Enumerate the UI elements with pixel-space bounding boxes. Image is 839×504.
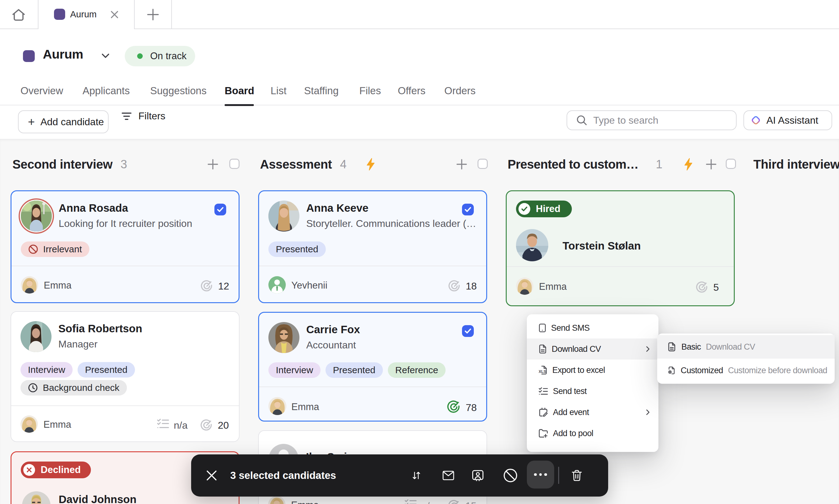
svg-text:XLS: XLS	[538, 370, 546, 374]
